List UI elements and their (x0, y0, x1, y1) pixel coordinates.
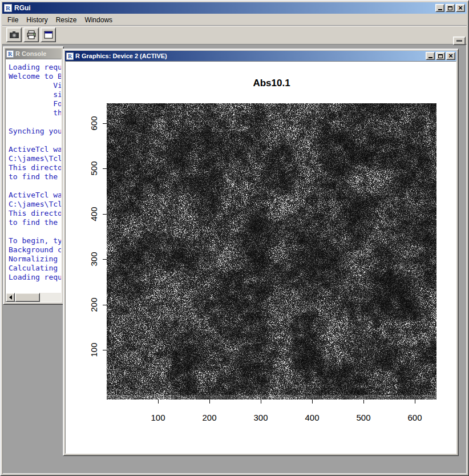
graphics-minimize-button[interactable] (426, 52, 435, 60)
minimize-icon (438, 9, 442, 10)
console-line: sim (9, 90, 61, 99)
console-line (9, 181, 61, 191)
console-line: the (9, 108, 61, 118)
mdi-workspace: R R Console Loading requWelcome to B Vig… (2, 44, 467, 474)
r-console-window: R R Console Loading requWelcome to B Vig… (3, 46, 64, 305)
console-line (9, 118, 61, 127)
y-tick-label: 400 (89, 207, 99, 221)
plot-title: Abs10.1 (107, 78, 436, 89)
close-button[interactable]: × (456, 4, 465, 12)
console-line: Loading requ (9, 63, 61, 72)
console-line: To begin, ty (9, 236, 61, 245)
plot-image (107, 103, 436, 400)
y-tick-label: 600 (89, 116, 99, 130)
console-body[interactable]: Loading requWelcome to B Vig sim For the… (5, 59, 62, 302)
menu-item-windows[interactable]: Windows (80, 15, 116, 25)
y-tick (103, 350, 107, 350)
y-tick-label: 100 (89, 342, 99, 357)
x-tick (209, 400, 210, 404)
x-tick-label: 600 (407, 413, 422, 422)
console-window-button[interactable] (41, 27, 56, 42)
mdi-corner-button[interactable] (453, 37, 466, 45)
console-line: Normalizing (9, 255, 61, 264)
console-hscrollbar[interactable] (6, 293, 61, 302)
menu-item-resize[interactable]: Resize (52, 15, 81, 25)
maximize-icon (448, 6, 452, 10)
plot-area: Abs10.1 100 200 300 400 500 600 (65, 61, 456, 454)
x-tick-label: 300 (253, 413, 268, 422)
y-tick (103, 214, 107, 215)
console-output[interactable]: Loading requWelcome to B Vig sim For the… (6, 59, 61, 282)
arrow-left-icon (7, 295, 12, 300)
console-line: Vig (9, 81, 61, 90)
console-line: For (9, 99, 61, 108)
printer-icon (26, 30, 37, 40)
maximize-icon (438, 54, 443, 58)
y-tick-label: 200 (89, 297, 99, 312)
r-logo-icon: R (6, 50, 14, 58)
console-line: Background c (9, 245, 61, 255)
console-line (9, 227, 61, 236)
y-tick (103, 305, 107, 305)
console-line: ActiveTcl wa (9, 145, 61, 154)
print-button[interactable] (23, 27, 39, 42)
console-line: Calculating (9, 264, 61, 273)
close-icon: × (448, 53, 453, 59)
x-tick-label: 200 (202, 413, 216, 422)
toolbar (2, 25, 467, 44)
graphics-title: R Graphics: Device 2 (ACTIVE) (75, 53, 167, 59)
console-line: Welcome to B (9, 72, 61, 81)
main-titlebar[interactable]: R RGui × (2, 2, 467, 14)
copy-graph-button[interactable] (6, 27, 22, 42)
maximize-button[interactable] (446, 4, 455, 12)
console-line: This directo (9, 209, 61, 218)
y-tick-label: 300 (89, 252, 99, 266)
x-tick (312, 400, 313, 404)
y-tick (103, 259, 107, 260)
graphics-titlebar[interactable]: R R Graphics: Device 2 (ACTIVE) × (65, 51, 456, 61)
x-tick (158, 400, 159, 404)
console-line: Synching you (9, 127, 61, 136)
camera-icon (9, 30, 19, 40)
graphics-maximize-button[interactable] (436, 52, 445, 60)
console-line: to find the (9, 172, 61, 181)
menu-item-history[interactable]: History (22, 15, 51, 25)
window-title: RGui (14, 4, 31, 12)
y-tick (103, 123, 107, 124)
menubar: File History Resize Windows (2, 14, 467, 25)
x-tick-label: 100 (151, 413, 165, 422)
console-line: C:\james\Tcl (9, 154, 61, 163)
console-line: Loading requ (9, 273, 61, 282)
console-line: This directo (9, 163, 61, 172)
y-tick (103, 168, 107, 169)
x-tick-label: 500 (356, 413, 370, 422)
y-tick-label: 500 (89, 161, 99, 175)
console-title: R Console (15, 50, 46, 57)
minimize-icon (428, 57, 432, 58)
graphics-close-button[interactable]: × (446, 52, 455, 60)
console-titlebar[interactable]: R R Console (5, 49, 62, 59)
rgui-main-window: R RGui × File History Resize Windows (0, 0, 469, 476)
r-logo-icon: R (4, 4, 12, 12)
minimize-button[interactable] (435, 4, 444, 12)
x-tick-label: 400 (305, 413, 319, 422)
scrollbar-thumb[interactable] (15, 293, 40, 302)
console-line (9, 136, 61, 145)
close-icon: × (458, 5, 463, 11)
window-icon (43, 30, 54, 40)
dash-icon (456, 40, 462, 42)
r-logo-icon: R (66, 53, 74, 60)
menu-item-file[interactable]: File (3, 15, 22, 25)
x-tick (261, 400, 261, 404)
scroll-left-button[interactable] (6, 293, 15, 302)
r-graphics-window: R R Graphics: Device 2 (ACTIVE) × Abs10.… (63, 49, 459, 456)
x-tick (363, 400, 364, 404)
console-line: ActiveTcl wa (9, 191, 61, 200)
console-line: C:\james\Tcl (9, 200, 61, 209)
x-tick (415, 400, 415, 404)
console-line: to find the (9, 218, 61, 227)
